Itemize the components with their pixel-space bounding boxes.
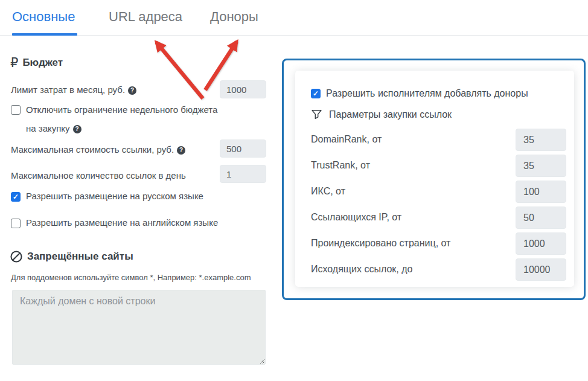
allow-english-row: Разрешить размещение на английском языке: [11, 217, 218, 228]
param-label-domainrank: DomainRank, от: [311, 134, 382, 145]
param-label-indexed-pages: Проиндексировано страниц, от: [311, 238, 450, 249]
param-label-outgoing-links: Исходящих ссылок, до: [311, 264, 412, 275]
tab-donors[interactable]: Доноры: [210, 9, 258, 25]
monthly-limit-row: Лимит затрат в месяц, руб.?: [11, 85, 136, 95]
banned-sites-textarea[interactable]: [12, 290, 266, 365]
active-tab-underline: [12, 33, 77, 36]
param-input-trustrank[interactable]: [516, 155, 566, 177]
allow-english-label: Разрешить размещение на английском языке: [26, 217, 218, 228]
settings-page: Основные URL адреса Доноры ₽ Бюджет Лими…: [0, 0, 588, 381]
weekly-limit-checkbox[interactable]: [11, 105, 21, 115]
donors-settings-card: Разрешить исполнителям добавлять доноры …: [295, 71, 574, 287]
allow-performers-checkbox[interactable]: [311, 89, 321, 98]
monthly-limit-label: Лимит затрат в месяц, руб.: [11, 85, 125, 95]
budget-section-heading: ₽ Бюджет: [10, 56, 63, 70]
help-icon[interactable]: ?: [177, 146, 185, 155]
allow-russian-label: Разрешить размещение на русском языке: [26, 191, 203, 202]
weekly-limit-checkbox-row: Отключить ограничение недельного бюджета…: [11, 100, 223, 138]
param-label-trustrank: TrustRank, от: [311, 160, 370, 171]
param-input-indexed-pages[interactable]: [516, 232, 566, 255]
param-label-iks: ИКС, от: [311, 186, 345, 197]
allow-performers-label: Разрешить исполнителям добавлять доноры: [326, 88, 528, 100]
allow-english-checkbox[interactable]: [11, 219, 21, 228]
param-input-iks[interactable]: [516, 181, 566, 203]
banned-sites-hint: Для поддоменов используйте символ *, Нап…: [11, 273, 251, 282]
arrow-to-url-tab: [156, 42, 203, 98]
tab-main[interactable]: Основные: [12, 9, 75, 25]
budget-heading-label: Бюджет: [22, 57, 63, 69]
allow-russian-row: Разрешить размещение на русском языке: [11, 191, 203, 202]
filter-funnel-icon: [311, 109, 322, 120]
max-link-cost-label: Максимальная стоимость ссылки, руб.: [11, 144, 174, 155]
help-icon[interactable]: ?: [73, 125, 81, 133]
param-input-outgoing-links[interactable]: [516, 258, 566, 281]
banned-sites-heading: Запрещённые сайты: [10, 250, 133, 263]
param-input-domainrank[interactable]: [516, 129, 566, 151]
ruble-icon: ₽: [10, 56, 18, 70]
allow-performers-row: Разрешить исполнителям добавлять доноры: [311, 88, 528, 100]
donors-settings-panel: Разрешить исполнителям добавлять доноры …: [282, 59, 586, 300]
purchase-params-heading: Параметры закупки ссылок: [311, 109, 452, 120]
allow-russian-checkbox[interactable]: [11, 192, 21, 202]
max-link-cost-row: Максимальная стоимость ссылки, руб.?: [11, 144, 185, 155]
monthly-limit-input[interactable]: [220, 80, 266, 98]
banned-sites-heading-label: Запрещённые сайты: [27, 251, 133, 263]
tabbar-divider: [0, 35, 588, 36]
weekly-limit-label-text: Отключить ограничение недельного бюджета…: [26, 104, 217, 133]
no-entry-icon: [10, 250, 23, 263]
max-link-cost-input[interactable]: [220, 139, 266, 158]
help-icon[interactable]: ?: [128, 86, 136, 95]
purchase-params-heading-label: Параметры закупки ссылок: [329, 109, 452, 120]
max-links-per-day-input[interactable]: [220, 165, 266, 183]
tab-url-addresses[interactable]: URL адреса: [109, 9, 182, 25]
param-label-referring-ip: Ссылающихся IP, от: [311, 212, 401, 223]
weekly-limit-label: Отключить ограничение недельного бюджета…: [26, 100, 223, 138]
max-links-per-day-label: Максимальное количество ссылок в день: [11, 170, 186, 181]
param-input-referring-ip[interactable]: [516, 207, 566, 229]
